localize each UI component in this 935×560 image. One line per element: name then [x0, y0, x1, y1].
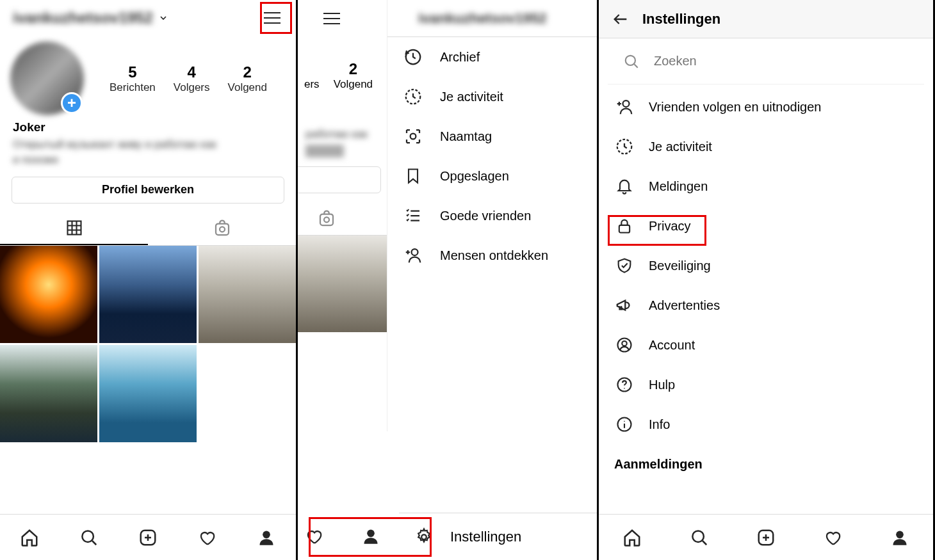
- edit-profile-button-partial[interactable]: [298, 166, 381, 193]
- settings-title: Instellingen: [642, 11, 720, 28]
- tab-grid[interactable]: [0, 212, 148, 245]
- nav-add-icon[interactable]: [135, 525, 161, 550]
- post-thumbnail[interactable]: [99, 246, 197, 343]
- svg-point-14: [626, 55, 635, 65]
- bio-text-line2: и похоже: [13, 152, 283, 168]
- nav-add-icon[interactable]: [753, 525, 779, 550]
- settings-item-invite[interactable]: Vrienden volgen en uitnodigen: [599, 87, 933, 127]
- svg-point-19: [622, 341, 626, 346]
- svg-point-24: [692, 531, 704, 542]
- svg-rect-1: [216, 224, 229, 236]
- panel-side-menu: ers 2 Volgend работаю как: [298, 0, 599, 560]
- settings-item-notifications[interactable]: Meldingen: [599, 166, 933, 206]
- settings-item-account[interactable]: Account: [599, 325, 933, 365]
- help-icon: [614, 374, 635, 395]
- search-input[interactable]: [654, 54, 909, 68]
- username-text[interactable]: ivankuzhetsov1952: [13, 9, 153, 27]
- profile-avatar[interactable]: +: [10, 42, 84, 115]
- bio-partial: работаю как: [305, 128, 379, 141]
- settings-item-help[interactable]: Hulp: [599, 365, 933, 404]
- post-thumbnail[interactable]: [99, 345, 197, 442]
- callout-hamburger: [260, 2, 292, 34]
- bottom-nav: [599, 514, 933, 560]
- svg-rect-6: [320, 214, 333, 225]
- menu-item-closefriends[interactable]: Goede vrienden: [387, 196, 597, 236]
- tab-tagged[interactable]: [148, 212, 296, 245]
- tab-tagged[interactable]: [298, 202, 387, 235]
- stat-posts[interactable]: 5 Berichten: [110, 63, 156, 94]
- settings-item-security[interactable]: Beveiliging: [599, 246, 933, 285]
- activity-icon: [614, 136, 635, 157]
- edit-profile-button[interactable]: Profiel bewerken: [12, 177, 284, 204]
- nav-activity-icon[interactable]: [194, 525, 220, 550]
- nav-profile-icon[interactable]: [887, 525, 913, 550]
- callout-privacy: [608, 215, 706, 246]
- settings-search[interactable]: [608, 38, 924, 84]
- svg-point-5: [263, 531, 270, 538]
- profile-stats-row: + 5 Berichten 4 Volgers 2 Volgend: [0, 35, 296, 115]
- nav-profile-icon[interactable]: [254, 525, 279, 550]
- post-empty: [199, 345, 296, 442]
- bottom-nav: [0, 514, 296, 560]
- menu-item-discover[interactable]: Mensen ontdekken: [387, 236, 597, 275]
- back-arrow-icon[interactable]: [612, 10, 630, 28]
- add-story-icon[interactable]: +: [61, 92, 83, 114]
- svg-point-15: [623, 100, 630, 107]
- menu-item-nametag[interactable]: Naamtag: [387, 116, 597, 156]
- svg-point-11: [412, 249, 418, 255]
- stat-following[interactable]: 2 Volgend: [334, 60, 373, 91]
- svg-point-7: [324, 217, 329, 222]
- menu-item-saved[interactable]: Opgeslagen: [387, 156, 597, 196]
- settings-header: Instellingen: [599, 0, 933, 38]
- account-icon: [614, 335, 635, 355]
- post-thumbnail[interactable]: [0, 246, 97, 343]
- bell-icon: [614, 176, 635, 196]
- display-name: Joker: [13, 120, 283, 134]
- settings-item-info[interactable]: Info: [599, 404, 933, 444]
- settings-item-ads[interactable]: Advertenties: [599, 285, 933, 325]
- stat-followers-partial: ers: [304, 60, 320, 91]
- bookmark-icon: [403, 166, 423, 186]
- list-icon: [403, 205, 423, 226]
- nav-search-icon[interactable]: [76, 525, 102, 550]
- panel-settings: Instellingen Vrienden volgen en uitnodig…: [599, 0, 935, 560]
- svg-point-21: [624, 388, 625, 389]
- add-person-icon: [614, 97, 635, 117]
- add-person-icon: [403, 245, 423, 266]
- svg-point-26: [896, 531, 904, 538]
- profile-header: ivankuzhetsov1952: [0, 0, 296, 35]
- bio-text: Открытый музыкант живу и работаю как: [13, 137, 283, 152]
- svg-point-23: [624, 421, 625, 422]
- nav-home-icon[interactable]: [619, 525, 645, 550]
- nametag-icon: [403, 126, 423, 147]
- post-thumbnail[interactable]: [0, 345, 97, 442]
- hamburger-icon[interactable]: [323, 13, 340, 24]
- menu-item-activity[interactable]: Je activiteit: [387, 77, 597, 116]
- settings-list: Vrienden volgen en uitnodigen Je activit…: [599, 84, 933, 477]
- search-icon: [623, 53, 640, 70]
- menu-header: ivankuzhetsov1952: [387, 0, 597, 37]
- post-thumbnail[interactable]: [298, 236, 387, 332]
- menu-item-archive[interactable]: Archief: [387, 37, 597, 77]
- nav-home-icon[interactable]: [17, 525, 42, 550]
- post-thumbnail[interactable]: [199, 246, 296, 343]
- megaphone-icon: [614, 295, 635, 316]
- shield-icon: [614, 255, 635, 276]
- settings-item-activity[interactable]: Je activiteit: [599, 127, 933, 166]
- profile-bio: Joker Открытый музыкант живу и работаю к…: [0, 115, 296, 177]
- stat-following[interactable]: 2 Volgend: [228, 63, 267, 94]
- side-menu-list: Archief Je activiteit Naamtag Opgeslagen…: [387, 37, 597, 431]
- svg-rect-0: [67, 221, 81, 235]
- stat-followers[interactable]: 4 Volgers: [174, 63, 210, 94]
- posts-grid: [0, 246, 296, 442]
- chevron-down-icon[interactable]: [158, 13, 168, 23]
- profile-tabs: [0, 212, 296, 246]
- nav-search-icon[interactable]: [687, 525, 712, 550]
- svg-point-3: [82, 531, 94, 542]
- nav-activity-icon[interactable]: [820, 525, 845, 550]
- menu-username: ivankuzhetsov1952: [418, 10, 547, 27]
- panel-profile: ivankuzhetsov1952 + 5 Berichten 4 Volger…: [0, 0, 298, 560]
- activity-icon: [403, 86, 423, 107]
- section-logins: Aanmeldingen: [599, 444, 933, 477]
- archive-icon: [403, 47, 423, 67]
